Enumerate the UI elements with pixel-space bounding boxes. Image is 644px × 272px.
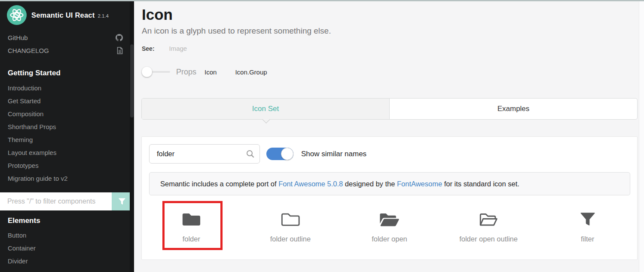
props-menu-icon[interactable]: Icon <box>204 68 217 76</box>
icon-result-folder-open[interactable]: folder open <box>340 201 439 253</box>
page-subtitle: An icon is a glyph used to represent som… <box>142 26 331 36</box>
semantic-ui-logo-icon: S <box>7 5 27 25</box>
props-menu-icon-group[interactable]: Icon.Group <box>235 68 267 76</box>
github-link-label: GitHub <box>8 34 28 41</box>
sidebar-item-container[interactable]: Container <box>8 244 36 254</box>
app-title: Semantic UI React <box>31 11 95 19</box>
message-text: designed by the <box>343 180 397 188</box>
file-icon <box>117 47 123 54</box>
message-text: Semantic includes a complete port of <box>160 180 278 188</box>
changelog-link-label: CHANGELOG <box>8 47 49 54</box>
sidebar-item-get-started[interactable]: Get Started <box>8 97 41 107</box>
svg-text:S: S <box>15 12 19 19</box>
annotation-rectangle <box>162 201 223 250</box>
slider-knob[interactable] <box>142 67 152 77</box>
font-awesome-message: Semantic includes a complete port of Fon… <box>149 172 630 195</box>
icon-result-folder-outline[interactable]: folder outline <box>241 201 340 253</box>
app-version: 2.1.4 <box>98 13 109 19</box>
icon-result-label: folder outline <box>270 235 311 243</box>
sidebar-item-layout-examples[interactable]: Layout examples <box>8 149 56 158</box>
sidebar: S Semantic UI React 2.1.4 GitHub CHANGEL… <box>0 0 134 272</box>
icon-result-label: filter <box>581 235 594 243</box>
sidebar-item-shorthand-props[interactable]: Shorthand Props <box>8 123 56 133</box>
sidebar-item-migration-guide[interactable]: Migration guide to v2 <box>8 175 67 184</box>
show-similar-label: Show similar names <box>301 150 366 158</box>
icon-result-label: folder open <box>372 235 407 243</box>
see-label: See: <box>142 45 155 52</box>
icon-result-label: folder open outline <box>459 235 518 243</box>
component-filter-input[interactable] <box>0 192 112 210</box>
props-slider-toggle[interactable] <box>142 66 170 77</box>
sidebar-item-button[interactable]: Button <box>8 232 26 241</box>
page-scrollbar-track[interactable] <box>639 1 644 272</box>
folder-outline-icon <box>281 211 300 228</box>
font-awesome-link[interactable]: FontAwesome <box>397 180 442 188</box>
folder-open-outline-icon <box>478 211 499 228</box>
sidebar-item-prototypes[interactable]: Prototypes <box>8 162 39 171</box>
sidebar-scrollbar-thumb[interactable] <box>130 44 134 117</box>
sidebar-item-composition[interactable]: Composition <box>8 110 43 120</box>
main-content: Icon An icon is a glyph used to represen… <box>134 0 644 272</box>
props-label[interactable]: Props <box>176 68 196 77</box>
icon-search <box>149 144 260 164</box>
filter-icon <box>118 198 126 205</box>
component-filter <box>0 192 132 210</box>
sidebar-link-github[interactable]: GitHub <box>8 33 123 42</box>
tab-examples[interactable]: Examples <box>390 99 637 119</box>
sidebar-scrollbar-track[interactable] <box>130 1 134 272</box>
github-icon <box>116 34 123 41</box>
see-link-image[interactable]: Image <box>169 45 187 52</box>
icon-result-filter[interactable]: filter <box>538 201 637 253</box>
see-also-row: See: Image <box>142 45 187 52</box>
sidebar-item-theming[interactable]: Theming <box>8 136 33 145</box>
window-top-edge <box>0 0 644 1</box>
toggle-knob[interactable] <box>281 148 293 160</box>
sidebar-section-elements: Elements <box>8 216 40 225</box>
sidebar-item-introduction[interactable]: Introduction <box>8 84 41 94</box>
search-icon <box>246 150 254 158</box>
filter-icon <box>580 211 596 228</box>
page-title: Icon <box>142 6 173 23</box>
icon-result-folder-open-outline[interactable]: folder open outline <box>439 201 538 253</box>
props-row: Props Icon Icon.Group <box>142 65 267 78</box>
message-text: for its standard icon set. <box>442 180 519 188</box>
sidebar-section-getting-started: Getting Started <box>8 69 61 77</box>
icon-search-input[interactable] <box>149 144 260 164</box>
tab-menu: Icon Set Examples <box>141 98 638 120</box>
sidebar-link-changelog[interactable]: CHANGELOG <box>8 46 123 55</box>
show-similar-toggle[interactable] <box>266 148 293 160</box>
folder-open-icon <box>378 211 400 228</box>
font-awesome-version-link[interactable]: Font Awesome 5.0.8 <box>278 180 343 188</box>
sidebar-item-divider[interactable]: Divider <box>8 257 28 267</box>
sidebar-logo-row[interactable]: S Semantic UI React 2.1.4 <box>7 5 109 25</box>
component-filter-button[interactable] <box>112 192 132 210</box>
